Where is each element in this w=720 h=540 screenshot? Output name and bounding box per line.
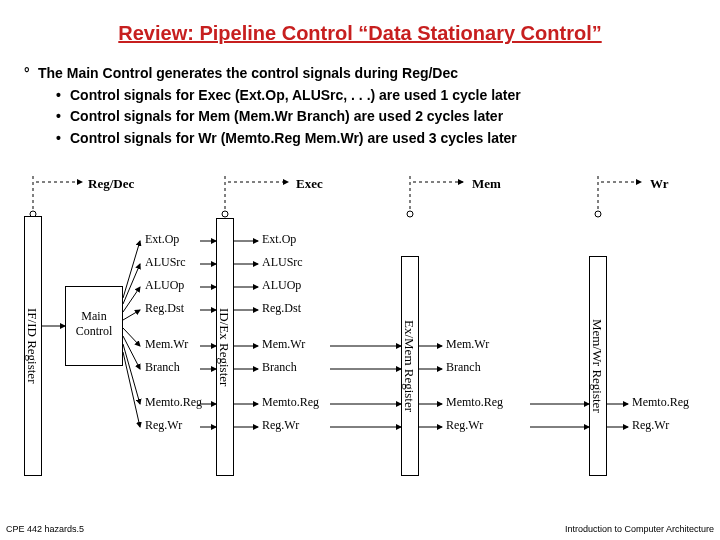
svg-point-7 [595, 211, 601, 217]
sig-exec-alusrc: ALUSrc [262, 255, 303, 270]
sig-mem-branch: Branch [446, 360, 481, 375]
sig-mem-memwr: Mem.Wr [446, 337, 489, 352]
footer-left: CPE 442 hazards.5 [6, 524, 84, 534]
svg-line-15 [123, 287, 140, 312]
svg-line-19 [123, 344, 140, 404]
sig-regdec-branch: Branch [145, 360, 180, 375]
bullet-main: °The Main Control generates the control … [24, 63, 696, 85]
sig-mem-regwr: Reg.Wr [446, 418, 483, 433]
stage-label-exec: Exec [296, 176, 323, 192]
bullet-sub-3: •Control signals for Wr (Memto.Reg Mem.W… [56, 128, 696, 150]
svg-line-16 [123, 310, 140, 320]
register-ifid: IF/ID Register [24, 216, 42, 476]
stage-label-mem: Mem [472, 176, 501, 192]
sig-exec-aluop: ALUOp [262, 278, 301, 293]
sig-regdec-memtoreg: Memto.Reg [145, 395, 202, 410]
svg-line-20 [123, 352, 140, 427]
register-idex: ID/Ex Register [216, 218, 234, 476]
sig-regdec-extop: Ext.Op [145, 232, 179, 247]
svg-point-5 [222, 211, 228, 217]
bullet-sub-2: •Control signals for Mem (Mem.Wr Branch)… [56, 106, 696, 128]
stage-label-wr: Wr [650, 176, 669, 192]
sig-exec-extop: Ext.Op [262, 232, 296, 247]
sig-regdec-regwr: Reg.Wr [145, 418, 182, 433]
sig-wr-memtoreg: Memto.Reg [632, 395, 689, 410]
footer-right: Introduction to Computer Architecture [565, 524, 714, 534]
sig-exec-memtoreg: Memto.Reg [262, 395, 319, 410]
sig-exec-branch: Branch [262, 360, 297, 375]
svg-point-6 [407, 211, 413, 217]
bullet-list: °The Main Control generates the control … [24, 63, 696, 150]
sig-wr-regwr: Reg.Wr [632, 418, 669, 433]
sig-mem-memtoreg: Memto.Reg [446, 395, 503, 410]
register-memwr: Mem/Wr Register [589, 256, 607, 476]
sig-regdec-alusrc: ALUSrc [145, 255, 186, 270]
pipeline-diagram: Reg/Dec Exec Mem Wr IF/ID Register ID/Ex… [0, 176, 720, 496]
sig-regdec-regdst: Reg.Dst [145, 301, 184, 316]
svg-line-13 [123, 241, 140, 298]
sig-regdec-memwr: Mem.Wr [145, 337, 188, 352]
bullet-sub-1: •Control signals for Exec (Ext.Op, ALUSr… [56, 85, 696, 107]
sig-regdec-aluop: ALUOp [145, 278, 184, 293]
svg-line-14 [123, 264, 140, 304]
stage-label-regdec: Reg/Dec [88, 176, 134, 192]
main-control-block: Main Control [65, 286, 123, 366]
svg-line-18 [123, 336, 140, 369]
page-title: Review: Pipeline Control “Data Stationar… [0, 22, 720, 45]
sig-exec-regdst: Reg.Dst [262, 301, 301, 316]
svg-line-17 [123, 328, 140, 346]
register-exmem: Ex/Mem Register [401, 256, 419, 476]
sig-exec-regwr: Reg.Wr [262, 418, 299, 433]
sig-exec-memwr: Mem.Wr [262, 337, 305, 352]
